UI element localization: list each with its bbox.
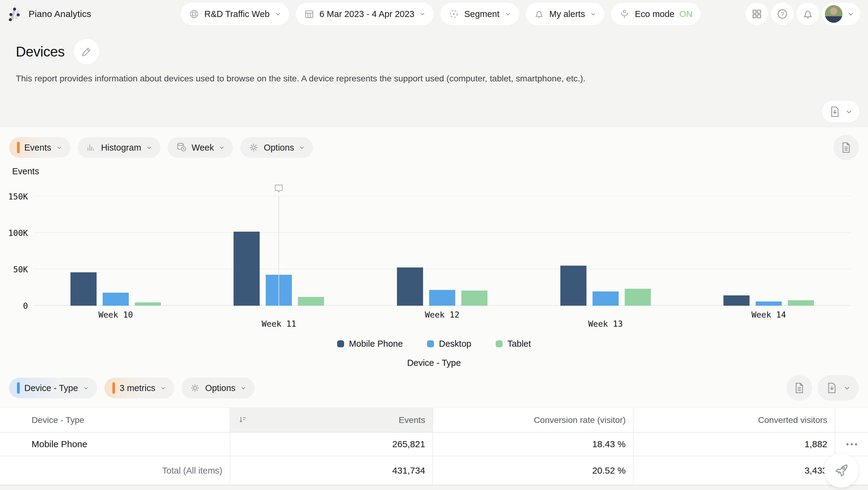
bar-desktop[interactable]: [756, 301, 782, 306]
y-axis-tick: 50K: [2, 265, 28, 274]
x-axis-label: Week 14: [687, 310, 850, 328]
comment-bubble-icon: [273, 183, 285, 195]
table-export-button[interactable]: [817, 375, 859, 401]
total-converted-cell: 3,433: [633, 456, 835, 485]
bar-groups: [34, 196, 850, 306]
site-picker-button[interactable]: R&D Traffic Web: [181, 3, 289, 25]
date-range-button[interactable]: 6 Mar 2023 - 4 Apr 2023: [296, 3, 434, 25]
chart-metric-button[interactable]: Events: [9, 137, 70, 158]
table-metrics-button[interactable]: 3 metrics: [104, 378, 175, 398]
total-label-cell: Total (All items): [0, 456, 230, 485]
user-menu-button[interactable]: [822, 3, 860, 25]
bar-mobile-phone[interactable]: [397, 267, 423, 306]
bar-tablet[interactable]: [461, 291, 488, 306]
chevron-down-icon: [275, 11, 281, 17]
piano-analytics-logo-icon: [8, 6, 22, 22]
svg-text:?: ?: [781, 11, 784, 17]
segment-button[interactable]: Segment: [440, 3, 519, 25]
chart-type-label: Histogram: [101, 143, 141, 153]
chart-type-button[interactable]: Histogram: [78, 137, 160, 158]
globe-icon: [189, 8, 199, 20]
bar-mobile-phone[interactable]: [560, 266, 586, 306]
bar-desktop[interactable]: [103, 293, 129, 306]
help-button[interactable]: ?: [771, 3, 794, 25]
eco-mode-button[interactable]: Eco mode ON: [611, 3, 700, 25]
date-range-label: 6 Mar 2023 - 4 Apr 2023: [319, 9, 414, 19]
bar-group-week-12: [361, 196, 524, 306]
export-report-button[interactable]: [822, 101, 860, 123]
histogram-icon: [86, 142, 97, 153]
bar-mobile-phone[interactable]: [70, 272, 97, 306]
conversion-rate-cell: 18.43 %: [433, 433, 633, 456]
legend-item-tablet[interactable]: Tablet: [496, 339, 531, 349]
legend-label: Desktop: [439, 339, 471, 349]
app-title: Piano Analytics: [29, 9, 91, 19]
legend-label: Tablet: [507, 339, 531, 349]
chart-annotation[interactable]: [279, 183, 279, 306]
legend-item-mobile-phone[interactable]: Mobile Phone: [337, 339, 403, 349]
bottom-strip: [0, 485, 868, 490]
table-toolbar: Device - Type 3 metrics Options: [9, 375, 859, 401]
eco-mode-label: Eco mode: [635, 9, 675, 19]
converted-visitors-cell: 1,882: [633, 433, 835, 456]
chevron-down-icon: [504, 11, 511, 17]
y-axis-tick: 100K: [2, 228, 28, 238]
column-header-events-sorted[interactable]: Events: [230, 408, 433, 433]
bell-icon: [534, 8, 545, 20]
legend-swatch: [337, 340, 344, 347]
x-axis-label: Week 13: [524, 310, 687, 328]
granularity-button[interactable]: Week: [168, 137, 233, 158]
chevron-down-icon: [847, 10, 855, 18]
annotation-line: [279, 196, 279, 306]
chevron-down-icon: [419, 11, 426, 17]
topbar-controls: R&D Traffic Web 6 Mar 2023 - 4 Apr 2023 …: [181, 3, 700, 25]
bar-tablet[interactable]: [298, 297, 324, 306]
bar-desktop[interactable]: [592, 291, 619, 306]
notifications-button[interactable]: [797, 3, 819, 25]
y-axis-tick: 150K: [2, 192, 28, 201]
row-more-button[interactable]: [835, 433, 868, 456]
total-conversion-cell: 20.52 %: [433, 456, 633, 485]
pencil-icon: [81, 46, 92, 57]
eco-plant-icon: [619, 8, 630, 20]
chevron-down-icon: [843, 384, 851, 392]
table-dimension-label: Device - Type: [24, 383, 78, 393]
legend-item-desktop[interactable]: Desktop: [427, 339, 471, 349]
column-header-converted-visitors[interactable]: Converted visitors: [633, 408, 835, 433]
boost-rocket-button[interactable]: [824, 454, 858, 488]
gear-icon: [189, 383, 200, 393]
report-header: Devices This report provides information…: [0, 28, 868, 128]
bar-tablet[interactable]: [135, 302, 161, 306]
table-row[interactable]: Mobile Phone265,82118.43 %1,882: [0, 433, 868, 456]
bar-group-week-13: [524, 196, 687, 306]
bar-mobile-phone[interactable]: [723, 295, 749, 306]
chevron-down-icon: [160, 385, 166, 391]
column-header-conversion-rate[interactable]: Conversion rate (visitor): [433, 408, 633, 433]
device-cell: Mobile Phone: [0, 433, 230, 456]
table-options-button[interactable]: Options: [182, 378, 254, 398]
chart-plot: 050K100K150K: [34, 196, 850, 306]
metric-bar-icon: [17, 142, 20, 153]
chart-options-button[interactable]: Options: [240, 137, 313, 158]
apps-grid-button[interactable]: [746, 3, 768, 25]
column-header-device-type[interactable]: Device - Type: [0, 408, 230, 433]
table-dimension-button[interactable]: Device - Type: [9, 378, 97, 398]
file-download-icon: [829, 105, 841, 118]
report-description: This report provides information about d…: [16, 73, 684, 84]
edit-report-button[interactable]: [74, 39, 99, 64]
topbar: Piano Analytics R&D Traffic Web 6 Mar 20…: [0, 0, 868, 28]
bar-mobile-phone[interactable]: [234, 232, 260, 306]
chart-x-axis-labels: Week 10Week 11Week 12Week 13Week 14: [34, 310, 850, 328]
my-alerts-label: My alerts: [550, 9, 585, 19]
bar-tablet[interactable]: [625, 289, 651, 306]
segment-target-icon: [448, 8, 459, 20]
bell-icon: [802, 8, 814, 20]
table-notes-button[interactable]: [786, 375, 812, 401]
chart-legend: Mobile PhoneDesktopTablet: [0, 339, 868, 349]
bar-group-week-14: [687, 196, 850, 306]
my-alerts-button[interactable]: My alerts: [526, 3, 605, 25]
metric-bar-icon: [112, 382, 115, 394]
bar-desktop[interactable]: [429, 290, 455, 306]
chart-notes-button[interactable]: [833, 135, 859, 160]
bar-tablet[interactable]: [788, 300, 814, 306]
